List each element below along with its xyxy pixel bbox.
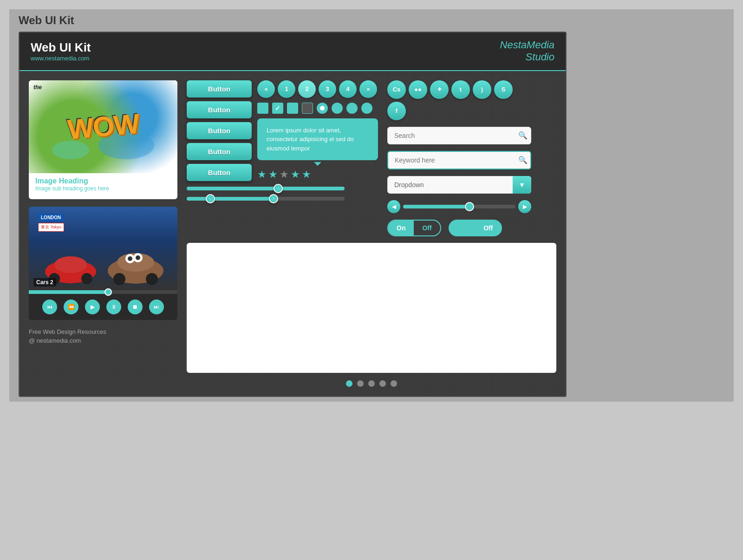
page-1-btn[interactable]: 1 bbox=[278, 80, 295, 98]
toggle-switch-2[interactable]: On Off bbox=[449, 220, 502, 236]
toggle-1-off[interactable]: Off bbox=[414, 221, 440, 235]
radio-2[interactable] bbox=[332, 103, 343, 114]
header-bar: Web UI Kit www.nestamedia.com NestaMedia… bbox=[20, 33, 566, 71]
player-stop-btn[interactable]: ⏹ bbox=[128, 300, 143, 314]
image-card-image: the WOW bbox=[29, 80, 177, 173]
toggle-2-off[interactable]: Off bbox=[475, 221, 501, 235]
social-icon-dribbble[interactable]: ✦ bbox=[430, 80, 449, 99]
star-4[interactable]: ★ bbox=[291, 169, 300, 181]
range-arrow-left[interactable]: ◀ bbox=[387, 200, 400, 213]
dot-5[interactable] bbox=[391, 380, 397, 387]
sliders bbox=[187, 187, 378, 201]
search-button-1[interactable]: 🔍 bbox=[518, 131, 528, 140]
image-card-text: Image Heading Image sub heading goes her… bbox=[29, 173, 177, 194]
london-sign: LONDON bbox=[38, 214, 64, 221]
tokyo-sign: 東京 Tokyo bbox=[38, 223, 64, 232]
prev-page-btn[interactable]: « bbox=[257, 80, 275, 98]
button-3[interactable]: Button bbox=[187, 122, 252, 139]
svg-point-6 bbox=[108, 258, 163, 284]
button-2[interactable]: Button bbox=[187, 101, 252, 118]
svg-point-10 bbox=[125, 254, 135, 263]
header-logo: NestaMedia Studio bbox=[500, 39, 554, 64]
svg-point-7 bbox=[117, 253, 154, 272]
toggle-2-on[interactable]: On bbox=[450, 221, 475, 235]
bottom-text: Free Web Design Resources @ nestamedia.c… bbox=[29, 327, 177, 345]
button-4[interactable]: Button bbox=[187, 143, 252, 160]
radio-1[interactable] bbox=[317, 103, 328, 114]
svg-point-8 bbox=[113, 273, 125, 285]
search-input-2[interactable] bbox=[387, 151, 531, 169]
checkbox-1[interactable] bbox=[257, 103, 268, 114]
player-rewind-btn[interactable]: ⏪ bbox=[64, 300, 78, 314]
radio-3[interactable] bbox=[346, 103, 358, 114]
svg-point-12 bbox=[133, 253, 143, 262]
image-card-heading: Image Heading bbox=[35, 177, 171, 185]
image-card-subheading: Image sub heading goes here bbox=[35, 185, 171, 192]
player-controls: ⏮ ⏪ ▶ ⏸ ⏹ ⏭ bbox=[29, 294, 177, 320]
page-2-btn[interactable]: 2 bbox=[298, 80, 316, 98]
svg-point-3 bbox=[54, 256, 87, 273]
star-5[interactable]: ★ bbox=[302, 169, 311, 181]
player-pause-btn[interactable]: ⏸ bbox=[106, 300, 121, 314]
page-3-btn[interactable]: 3 bbox=[319, 80, 336, 98]
checkbox-2[interactable] bbox=[272, 103, 283, 114]
svg-point-9 bbox=[146, 273, 158, 285]
next-page-btn[interactable]: » bbox=[359, 80, 377, 98]
dot-4[interactable] bbox=[379, 380, 386, 387]
right-column: Cs ●● ✦ t ) S f 🔍 bbox=[387, 80, 531, 236]
dot-2[interactable] bbox=[357, 380, 364, 387]
checkbox-row bbox=[257, 103, 378, 114]
dot-1[interactable] bbox=[346, 380, 352, 387]
header-url: www.nestamedia.com bbox=[31, 55, 91, 62]
social-icon-facebook[interactable]: f bbox=[387, 102, 406, 120]
player-play-btn[interactable]: ▶ bbox=[85, 300, 100, 314]
slider-2-knob-right[interactable] bbox=[269, 194, 278, 203]
toggle-switch-1[interactable]: On Off bbox=[387, 220, 441, 236]
svg-point-11 bbox=[128, 256, 132, 261]
dot-3[interactable] bbox=[368, 380, 375, 387]
range-arrow-right[interactable]: ▶ bbox=[518, 200, 531, 213]
button-1[interactable]: Button bbox=[187, 80, 252, 98]
slider-2-knob-left[interactable] bbox=[206, 194, 215, 203]
video-progress-bar[interactable] bbox=[29, 290, 177, 294]
social-icon-twitter[interactable]: t bbox=[451, 80, 470, 99]
dropdown-container: Dropdown Option 1 Option 2 ▼ bbox=[387, 176, 531, 194]
range-thumb[interactable] bbox=[465, 202, 474, 211]
search-input-container-2: 🔍 bbox=[387, 151, 531, 169]
star-2[interactable]: ★ bbox=[268, 169, 278, 181]
social-icon-cs[interactable]: Cs bbox=[387, 80, 406, 99]
wow-text: WOW bbox=[66, 108, 140, 146]
range-track[interactable] bbox=[403, 205, 515, 208]
main-container: Web UI Kit www.nestamedia.com NestaMedia… bbox=[19, 32, 567, 397]
toggle-1-on[interactable]: On bbox=[388, 221, 414, 235]
video-label: Cars 2 bbox=[33, 278, 56, 287]
image-card: the WOW Image Heading Image sub heading … bbox=[29, 80, 177, 199]
slider-1-knob[interactable] bbox=[274, 184, 283, 193]
video-card: LONDON 東京 Tokyo bbox=[29, 207, 177, 320]
header-title: Web UI Kit bbox=[31, 40, 91, 55]
page-4-btn[interactable]: 4 bbox=[339, 80, 357, 98]
left-column: the WOW Image Heading Image sub heading … bbox=[29, 80, 177, 387]
search-button-2[interactable]: 🔍 bbox=[518, 156, 528, 164]
social-icon-rss[interactable]: ) bbox=[473, 80, 491, 99]
social-icon-skype[interactable]: S bbox=[494, 80, 513, 99]
radio-4[interactable] bbox=[361, 103, 372, 114]
range-slider: ◀ ▶ bbox=[387, 200, 531, 213]
white-content-box bbox=[187, 243, 556, 373]
social-icon-flickr[interactable]: ●● bbox=[409, 80, 427, 99]
svg-point-5 bbox=[81, 273, 92, 284]
player-next-btn[interactable]: ⏭ bbox=[149, 300, 164, 314]
star-1[interactable]: ★ bbox=[257, 169, 267, 181]
video-thumbnail: LONDON 東京 Tokyo bbox=[29, 207, 177, 290]
player-prev-btn[interactable]: ⏮ bbox=[42, 300, 57, 314]
checkbox-3[interactable] bbox=[287, 103, 298, 114]
dot-indicators bbox=[187, 380, 556, 387]
star-3[interactable]: ★ bbox=[280, 169, 289, 181]
social-icons: Cs ●● ✦ t ) S f bbox=[387, 80, 531, 120]
toggle-row: On Off On Off bbox=[387, 220, 531, 236]
checkbox-4[interactable] bbox=[302, 103, 313, 114]
speech-bubble: Lorem ipsum dolor sit amet, consectetur … bbox=[257, 118, 378, 161]
dropdown-select[interactable]: Dropdown Option 1 Option 2 bbox=[387, 176, 531, 194]
search-input-1[interactable] bbox=[387, 127, 531, 144]
button-5[interactable]: Button bbox=[187, 164, 252, 181]
